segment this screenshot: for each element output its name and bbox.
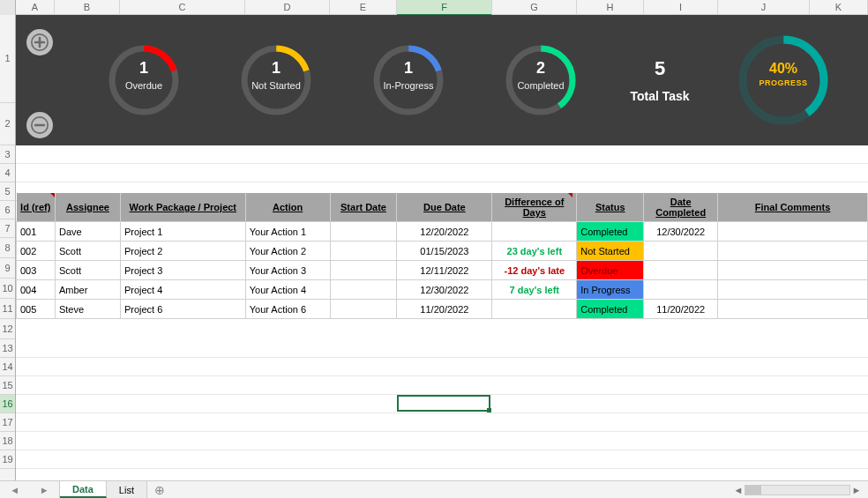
cell[interactable] <box>718 242 868 261</box>
row-header-8[interactable]: 8 <box>0 238 15 258</box>
column-header-date-completed[interactable]: Date Completed <box>644 193 718 222</box>
row-header-9[interactable]: 9 <box>0 258 15 279</box>
cell[interactable]: Project 1 <box>120 222 245 242</box>
cell[interactable]: 01/15/2023 <box>397 242 492 261</box>
cell[interactable]: Scott <box>55 242 120 261</box>
cell[interactable]: 004 <box>17 280 56 300</box>
column-header-due-date[interactable]: Due Date <box>397 193 492 222</box>
scroll-right-icon[interactable]: ► <box>850 485 863 495</box>
add-sheet-button[interactable]: ⊕ <box>147 481 172 498</box>
row-headers[interactable]: 12345678910111213141516171819 <box>0 15 16 480</box>
cell[interactable]: 7 day's left <box>492 280 577 300</box>
cell[interactable]: Your Action 4 <box>245 280 330 300</box>
cell[interactable]: Steve <box>55 300 120 319</box>
cell[interactable]: 11/20/2022 <box>397 300 492 319</box>
column-header-I[interactable]: I <box>644 0 718 16</box>
row-header-11[interactable]: 11 <box>0 299 15 319</box>
cell[interactable]: In Progress <box>577 280 644 300</box>
cell[interactable]: Scott <box>55 261 120 280</box>
cell[interactable]: 003 <box>17 261 56 280</box>
sheet-grid[interactable]: 1Overdue 1Not Started 1In-Progress 2Comp… <box>16 15 868 480</box>
tab-next-icon[interactable]: ► <box>40 485 49 495</box>
cell[interactable] <box>718 222 868 242</box>
column-header-A[interactable]: A <box>16 0 55 16</box>
cell[interactable]: Project 6 <box>120 300 245 319</box>
table-row[interactable]: 002ScottProject 2Your Action 201/15/2023… <box>17 242 868 261</box>
row-header-7[interactable]: 7 <box>0 219 15 238</box>
cell[interactable] <box>330 280 397 300</box>
cell[interactable]: 12/20/2022 <box>397 222 492 242</box>
cell[interactable]: 001 <box>17 222 56 242</box>
cell[interactable]: Project 3 <box>120 261 245 280</box>
column-headers[interactable]: ABCDEFGHIJKL <box>0 0 868 15</box>
scroll-left-icon[interactable]: ◄ <box>732 485 745 495</box>
cell[interactable]: 11/20/2022 <box>644 300 718 319</box>
horizontal-scrollbar[interactable]: ◄ ► <box>727 481 868 498</box>
row-header-5[interactable]: 5 <box>0 182 15 201</box>
row-header-18[interactable]: 18 <box>0 432 15 450</box>
cell[interactable]: Your Action 1 <box>245 222 330 242</box>
cell[interactable]: 12/30/2022 <box>397 280 492 300</box>
cell[interactable] <box>330 222 397 242</box>
cell[interactable]: 12/11/2022 <box>397 261 492 280</box>
select-all-cell[interactable] <box>0 0 16 16</box>
column-header-final-comments[interactable]: Final Comments <box>718 193 868 222</box>
column-header-J[interactable]: J <box>718 0 810 16</box>
row-header-6[interactable]: 6 <box>0 201 15 219</box>
cell[interactable]: Dave <box>55 222 120 242</box>
column-header-work-package-project[interactable]: Work Package / Project <box>120 193 245 222</box>
scrollbar-thumb[interactable] <box>745 486 761 494</box>
cell[interactable] <box>718 261 868 280</box>
table-row[interactable]: 005SteveProject 6Your Action 611/20/2022… <box>17 300 868 319</box>
cell[interactable] <box>330 242 397 261</box>
cell[interactable]: Project 2 <box>120 242 245 261</box>
tab-nav[interactable]: ◄ ► <box>0 481 60 498</box>
cell[interactable]: Completed <box>577 222 644 242</box>
table-row[interactable]: 003ScottProject 3Your Action 312/11/2022… <box>17 261 868 280</box>
column-header-E[interactable]: E <box>330 0 397 16</box>
sheet-tab-list[interactable]: List <box>107 481 147 498</box>
cell[interactable]: 23 day's left <box>492 242 577 261</box>
cell[interactable] <box>644 280 718 300</box>
cell[interactable]: 005 <box>17 300 56 319</box>
cell[interactable] <box>330 300 397 319</box>
cell[interactable] <box>492 222 577 242</box>
column-header-H[interactable]: H <box>577 0 644 16</box>
column-header-start-date[interactable]: Start Date <box>330 193 397 222</box>
row-header-15[interactable]: 15 <box>0 376 15 395</box>
cell[interactable] <box>330 261 397 280</box>
table-row[interactable]: 004AmberProject 4Your Action 412/30/2022… <box>17 280 868 300</box>
cell[interactable]: Completed <box>577 300 644 319</box>
row-header-10[interactable]: 10 <box>0 279 15 299</box>
row-header-12[interactable]: 12 <box>0 319 15 339</box>
cell[interactable]: Not Started <box>577 242 644 261</box>
cell[interactable] <box>718 280 868 300</box>
cell[interactable]: -12 day's late <box>492 261 577 280</box>
column-header-F[interactable]: F <box>397 0 492 16</box>
cell[interactable] <box>644 261 718 280</box>
row-header-17[interactable]: 17 <box>0 413 15 432</box>
column-header-B[interactable]: B <box>55 0 120 16</box>
cell[interactable]: Your Action 2 <box>245 242 330 261</box>
cell[interactable]: 12/30/2022 <box>644 222 718 242</box>
row-header-3[interactable]: 3 <box>0 145 15 164</box>
column-header-action[interactable]: Action <box>245 193 330 222</box>
column-header-difference-of-days[interactable]: Difference of Days <box>492 193 577 222</box>
column-header-assignee[interactable]: Assignee <box>55 193 120 222</box>
scrollbar-track[interactable] <box>745 485 850 495</box>
row-header-2[interactable]: 2 <box>0 103 15 145</box>
cell[interactable]: 002 <box>17 242 56 261</box>
cell[interactable]: Overdue <box>577 261 644 280</box>
row-header-13[interactable]: 13 <box>0 339 15 358</box>
table-row[interactable]: 001DaveProject 1Your Action 112/20/2022C… <box>17 222 868 242</box>
cell[interactable]: Your Action 6 <box>245 300 330 319</box>
cell[interactable]: Project 4 <box>120 280 245 300</box>
row-header-4[interactable]: 4 <box>0 164 15 182</box>
cell[interactable] <box>644 242 718 261</box>
column-header-K[interactable]: K <box>810 0 868 16</box>
column-header-C[interactable]: C <box>120 0 245 16</box>
column-header-G[interactable]: G <box>492 0 577 16</box>
tab-prev-icon[interactable]: ◄ <box>10 485 19 495</box>
sheet-tab-data[interactable]: Data <box>60 481 107 498</box>
cell[interactable] <box>718 300 868 319</box>
